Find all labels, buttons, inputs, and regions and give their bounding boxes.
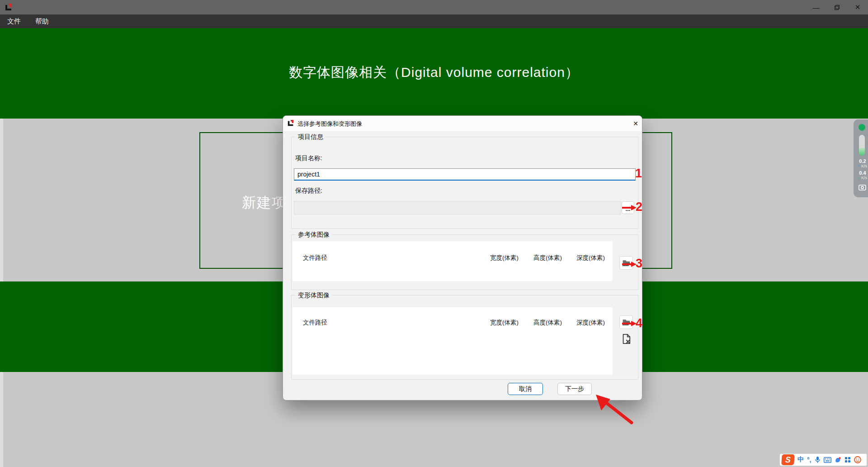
up-arrow-icon: ↑ <box>858 164 860 168</box>
dialog-title: 选择参考图像和变形图像 <box>297 120 362 128</box>
project-info-legend: 项目信息 <box>296 133 326 141</box>
project-info-group: 项目信息 项目名称: 保存路径: ... <box>291 137 638 229</box>
menu-help[interactable]: 帮助 <box>28 14 56 28</box>
download-speed-value: 0.4 <box>854 170 868 176</box>
app-logo-icon <box>5 3 13 11</box>
column-header-depth: 深度(体素) <box>576 319 605 327</box>
column-header-filepath: 文件路径 <box>303 254 327 262</box>
annotation-arrow-3 <box>621 261 637 267</box>
window-titlebar: — ✕ <box>0 0 868 14</box>
widget-slider[interactable] <box>859 135 865 156</box>
left-edge-strip <box>0 372 3 467</box>
deformed-image-group: 变形体图像 文件路径 宽度(体素) 高度(体素) 深度(体素) <box>291 295 638 380</box>
apps-grid-icon[interactable] <box>844 457 851 463</box>
cancel-button[interactable]: 取消 <box>508 383 543 395</box>
screenshot-camera-icon[interactable] <box>859 184 866 191</box>
save-path-input[interactable] <box>294 201 621 214</box>
annotation-number-2: 2 <box>636 201 642 213</box>
upload-speed-unit: ↑ K/s <box>854 164 868 168</box>
microphone-icon[interactable] <box>815 456 821 463</box>
column-header-width: 宽度(体素) <box>490 254 519 262</box>
minimize-button[interactable]: — <box>806 0 826 14</box>
reference-image-table[interactable]: 文件路径 宽度(体素) 高度(体素) 深度(体素) <box>292 241 613 281</box>
deformed-image-legend: 变形体图像 <box>296 291 332 300</box>
column-header-height: 高度(体素) <box>533 254 562 262</box>
left-edge-strip <box>0 119 3 281</box>
annotation-number-1: 1 <box>635 167 642 180</box>
window-controls: — ✕ <box>806 0 868 14</box>
annotation-arrow-4 <box>621 320 637 327</box>
column-header-width: 宽度(体素) <box>490 319 519 327</box>
save-path-label: 保存路径: <box>295 187 322 195</box>
column-header-depth: 深度(体素) <box>576 254 605 262</box>
screen: — ✕ 文件 帮助 数字体图像相关（Digital volume correla… <box>0 0 868 467</box>
annotation-arrow-next <box>590 389 640 428</box>
down-arrow-icon: ↓ <box>858 176 860 180</box>
download-speed-unit: ↓ K/s <box>854 176 868 180</box>
maximize-button[interactable] <box>826 0 847 14</box>
ime-toolbar: S 中 °, <box>779 453 867 466</box>
dialog-logo-icon <box>287 119 294 127</box>
reference-image-group: 参考体图像 文件路径 宽度(体素) 高度(体素) 深度(体素) <box>291 234 638 290</box>
maximize-icon <box>835 5 840 10</box>
skin-palette-icon[interactable] <box>835 457 841 463</box>
project-name-label: 项目名称: <box>295 154 322 162</box>
reference-image-legend: 参考体图像 <box>296 231 332 239</box>
ime-mode-chinese[interactable]: 中 <box>797 456 804 464</box>
column-header-filepath: 文件路径 <box>303 319 327 327</box>
keyboard-icon[interactable] <box>824 457 831 463</box>
status-dot-icon <box>859 124 865 131</box>
net-speed-widget[interactable]: 0.2 ↑ K/s 0.4 ↓ K/s <box>854 119 868 197</box>
deformed-image-table[interactable]: 文件路径 宽度(体素) 高度(体素) 深度(体素) <box>292 307 613 375</box>
annotation-number-4: 4 <box>636 317 642 329</box>
annotation-arrow-2 <box>621 205 637 211</box>
dialog-close-button[interactable]: ✕ <box>629 117 642 130</box>
upload-speed-value: 0.2 <box>854 158 868 164</box>
select-images-dialog: 选择参考图像和变形图像 ✕ 项目信息 项目名称: 保存路径: ... 参考体图像… <box>283 115 642 400</box>
menu-file[interactable]: 文件 <box>0 14 28 28</box>
project-name-input[interactable] <box>294 168 636 181</box>
file-remove-icon <box>621 334 631 344</box>
close-button[interactable]: ✕ <box>847 0 868 14</box>
next-button[interactable]: 下一步 <box>557 383 592 395</box>
remove-deformed-file-button[interactable] <box>619 332 633 346</box>
emoji-icon[interactable] <box>854 456 861 463</box>
sogou-logo-icon[interactable]: S <box>781 454 795 465</box>
column-header-height: 高度(体素) <box>533 319 562 327</box>
menu-bar: 文件 帮助 <box>0 14 868 28</box>
ime-punctuation-toggle[interactable]: °, <box>807 456 811 463</box>
annotation-number-3: 3 <box>636 257 642 270</box>
page-title: 数字体图像相关（Digital volume correlation） <box>0 63 868 82</box>
dialog-titlebar: 选择参考图像和变形图像 ✕ <box>283 116 642 131</box>
